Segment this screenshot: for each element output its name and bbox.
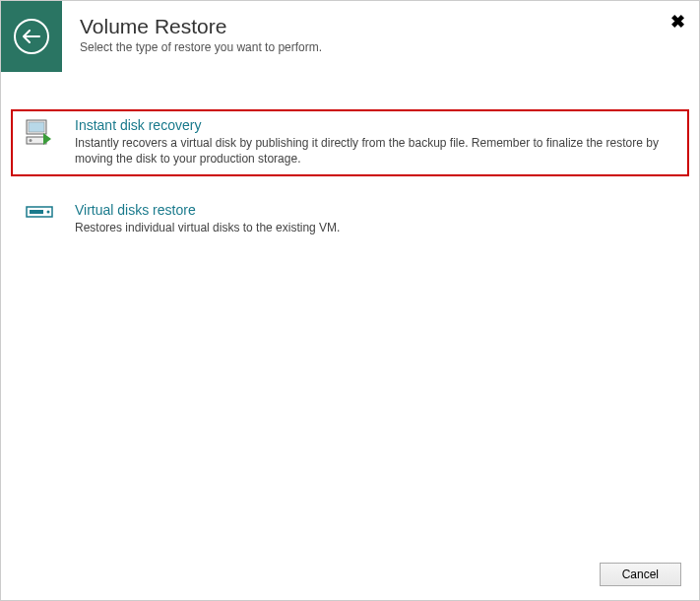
svg-rect-5 xyxy=(30,210,43,214)
option-title: Instant disk recovery xyxy=(75,117,674,133)
back-button[interactable] xyxy=(1,1,62,72)
disk-recovery-icon xyxy=(26,119,59,151)
svg-rect-1 xyxy=(29,122,44,132)
close-icon: ✖ xyxy=(670,12,685,32)
options-list: Instant disk recovery Instantly recovers… xyxy=(1,72,699,246)
wizard-header: Volume Restore Select the type of restor… xyxy=(1,1,699,72)
virtual-disk-icon xyxy=(26,204,59,224)
option-description: Restores individual virtual disks to the… xyxy=(75,220,674,235)
option-instant-disk-recovery[interactable]: Instant disk recovery Instantly recovers… xyxy=(11,109,689,176)
svg-point-3 xyxy=(30,139,32,142)
cancel-button[interactable]: Cancel xyxy=(600,563,681,586)
close-button[interactable]: ✖ xyxy=(670,11,685,33)
page-title: Volume Restore xyxy=(80,15,322,38)
header-text-block: Volume Restore Select the type of restor… xyxy=(62,1,322,54)
option-virtual-disks-restore[interactable]: Virtual disks restore Restores individua… xyxy=(11,194,689,245)
option-text-block: Virtual disks restore Restores individua… xyxy=(75,202,674,235)
svg-point-6 xyxy=(47,211,50,214)
page-subtitle: Select the type of restore you want to p… xyxy=(80,40,322,54)
option-text-block: Instant disk recovery Instantly recovers… xyxy=(75,117,674,167)
back-arrow-icon xyxy=(23,27,40,46)
option-description: Instantly recovers a virtual disk by pub… xyxy=(75,135,674,167)
back-circle xyxy=(14,19,49,54)
footer: Cancel xyxy=(600,563,681,586)
option-title: Virtual disks restore xyxy=(75,202,674,218)
